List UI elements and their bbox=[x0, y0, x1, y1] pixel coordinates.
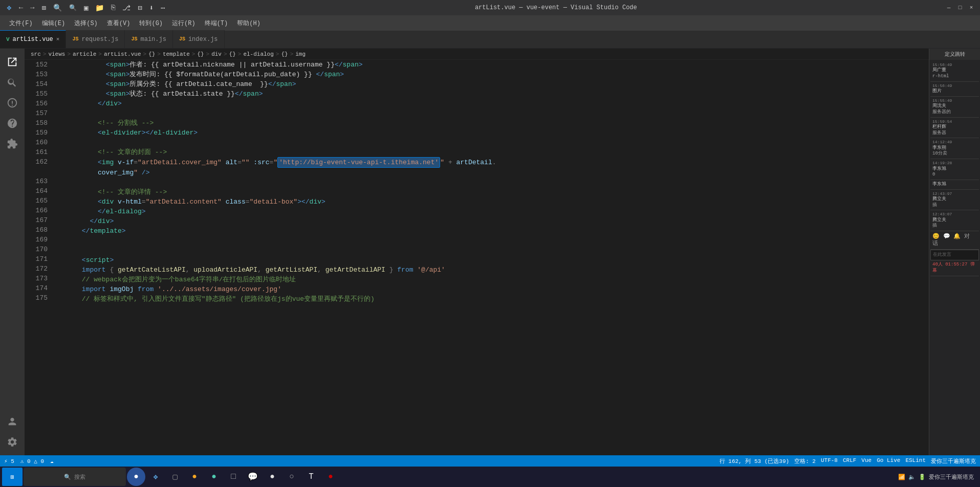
taskbar-start[interactable]: ⊞ bbox=[2, 468, 23, 486]
menu-select[interactable]: 选择(S) bbox=[70, 17, 102, 30]
menu-run[interactable]: 运行(R) bbox=[168, 17, 200, 30]
editor-area: src > views > article > artList.vue > {}… bbox=[25, 49, 929, 455]
activity-extensions[interactable] bbox=[3, 135, 21, 153]
window-controls: — □ × bbox=[945, 4, 975, 11]
rp-item-1: 15:56:49 局广重 r-html bbox=[930, 61, 979, 82]
nav-download-button[interactable]: ⬇ bbox=[149, 4, 154, 12]
menu-help[interactable]: 帮助(H) bbox=[233, 17, 265, 30]
rp-item-6: 14:19:28 李东旭 0 bbox=[930, 159, 979, 180]
rp-input-area[interactable]: 在此发言 bbox=[930, 250, 979, 261]
breadcrumb-eldialog[interactable]: el-dialog bbox=[243, 51, 273, 57]
nav-folder-button[interactable]: 📁 bbox=[95, 4, 104, 12]
breadcrumb-div[interactable]: div bbox=[211, 51, 222, 57]
right-panel-header: 定义跳转 bbox=[929, 49, 980, 60]
tab-artlist[interactable]: V artList.vue × bbox=[0, 30, 66, 48]
taskbar-app7[interactable]: ○ bbox=[282, 468, 301, 486]
statusbar-errors[interactable]: ⚠ 0 △ 0 bbox=[20, 458, 44, 464]
tab-close-artlist[interactable]: × bbox=[56, 36, 60, 42]
statusbar-branch[interactable]: ⚡ 5 bbox=[4, 458, 14, 464]
statusbar-eslint[interactable]: ESLint bbox=[905, 457, 926, 465]
tab-index[interactable]: JS index.js bbox=[173, 30, 225, 48]
menu-edit[interactable]: 编辑(E) bbox=[38, 17, 70, 30]
taskbar-tray: 📶 🔈 🔋 爱你三千遍斯塔克 bbox=[898, 473, 978, 481]
main-layout: src > views > article > artList.vue > {}… bbox=[0, 49, 980, 455]
activity-explorer[interactable] bbox=[3, 53, 21, 71]
nav-copy-button[interactable]: ⎘ bbox=[111, 4, 115, 12]
tray-volume: 🔈 bbox=[908, 474, 916, 480]
taskbar-vscode[interactable]: ❖ bbox=[146, 468, 165, 486]
activity-git[interactable] bbox=[3, 94, 21, 112]
code-editor: 152 153 154 155 156 157 158 159 160 161 … bbox=[25, 60, 929, 455]
activity-account[interactable] bbox=[3, 412, 21, 431]
breadcrumb-template[interactable]: template bbox=[163, 51, 190, 57]
tab-request[interactable]: JS request.js bbox=[66, 30, 125, 48]
taskbar-app4[interactable]: □ bbox=[224, 468, 243, 486]
breadcrumb-obj: {} bbox=[148, 51, 155, 57]
nav-forward-button[interactable]: → bbox=[30, 4, 34, 12]
tab-icon-request: JS bbox=[72, 36, 78, 42]
breadcrumb-artlist[interactable]: artList.vue bbox=[104, 51, 141, 57]
nav-split-button[interactable]: ⊟ bbox=[138, 4, 142, 12]
line-numbers: 152 153 154 155 156 157 158 159 160 161 … bbox=[25, 60, 53, 455]
statusbar-line-ending[interactable]: CRLF bbox=[843, 457, 856, 465]
activity-search[interactable] bbox=[3, 73, 21, 92]
rp-item-7: 李东旭 bbox=[930, 180, 979, 190]
tab-label-main: main.js bbox=[140, 36, 166, 43]
maximize-button[interactable]: □ bbox=[956, 4, 964, 11]
taskbar-app1[interactable]: ▢ bbox=[166, 468, 184, 486]
taskbar-app3[interactable]: ● bbox=[205, 468, 223, 486]
menu-view[interactable]: 查看(V) bbox=[103, 17, 135, 30]
breadcrumb-img[interactable]: img bbox=[295, 51, 306, 57]
breadcrumb-views[interactable]: views bbox=[48, 51, 65, 57]
rp-item-5: 14:12:49 李东朔 10分卖 bbox=[930, 138, 979, 159]
activity-settings[interactable] bbox=[3, 433, 21, 451]
minimize-button[interactable]: — bbox=[945, 4, 952, 11]
menu-terminal[interactable]: 终端(T) bbox=[201, 17, 232, 30]
statusbar-user: 爱你三千遍斯塔克 bbox=[931, 457, 976, 465]
window-title: artList.vue — vue-event — Visual Studio … bbox=[475, 4, 637, 11]
rp-item-2: 15:56:49 图片 bbox=[930, 82, 979, 97]
taskbar-chrome[interactable]: ● bbox=[127, 468, 145, 486]
breadcrumb-obj3: {} bbox=[229, 51, 236, 57]
taskbar-app6[interactable]: ● bbox=[263, 468, 281, 486]
tray-time: 爱你三千遍斯塔克 bbox=[929, 473, 974, 481]
taskbar-app2[interactable]: ● bbox=[185, 468, 204, 486]
nav-zoom-out-button[interactable]: 🔍 bbox=[69, 4, 77, 12]
nav-view-button[interactable]: ▣ bbox=[84, 4, 88, 12]
right-panel: 定义跳转 15:56:49 局广重 r-html 15:56:49 图片 15:… bbox=[929, 49, 980, 455]
menu-file[interactable]: 文件(F) bbox=[5, 17, 37, 30]
rp-viewer-count: 40人 01:55:27 弹幕 bbox=[930, 260, 979, 276]
breadcrumb-src[interactable]: src bbox=[31, 51, 41, 57]
nav-grid-button[interactable]: ⊞ bbox=[41, 4, 46, 12]
breadcrumb-obj2: {} bbox=[197, 51, 204, 57]
nav-branch-button[interactable]: ⎇ bbox=[122, 4, 130, 12]
nav-more-button[interactable]: ⋯ bbox=[161, 4, 165, 12]
rp-item-10: 😊 💬 🔔 对 话 bbox=[930, 231, 979, 250]
breadcrumb: src > views > article > artList.vue > {}… bbox=[25, 49, 929, 60]
statusbar-go-live[interactable]: Go Live bbox=[877, 457, 900, 465]
statusbar-cloud[interactable]: ☁ bbox=[50, 458, 54, 464]
rp-item-8: 12:43:97 腾立夫 插 bbox=[930, 190, 979, 211]
menu-goto[interactable]: 转到(G) bbox=[135, 17, 167, 30]
breadcrumb-article[interactable]: article bbox=[73, 51, 96, 57]
tab-icon-main: JS bbox=[131, 36, 137, 42]
tab-icon-index: JS bbox=[179, 36, 185, 42]
statusbar-language[interactable]: Vue bbox=[861, 457, 872, 465]
right-panel-items: 15:56:49 局广重 r-html 15:56:49 图片 15:55:49… bbox=[929, 60, 980, 455]
close-button[interactable]: × bbox=[968, 4, 975, 11]
activity-debug[interactable] bbox=[3, 114, 21, 132]
taskbar-search[interactable]: 🔍 搜索 bbox=[24, 468, 126, 486]
taskbar-app8[interactable]: T bbox=[302, 468, 320, 486]
nav-zoom-in-button[interactable]: 🔍 bbox=[53, 4, 62, 12]
statusbar-encoding[interactable]: UTF-8 bbox=[821, 457, 838, 465]
nav-back-button[interactable]: ← bbox=[19, 4, 23, 12]
titlebar: ❖ ← → ⊞ 🔍 🔍 ▣ 📁 ⎘ ⎇ ⊟ ⬇ ⋯ artList.vue — … bbox=[0, 0, 980, 15]
tab-label-request: request.js bbox=[81, 36, 118, 43]
activitybar-bottom bbox=[3, 412, 21, 451]
taskbar-app5[interactable]: 💬 bbox=[244, 468, 262, 486]
statusbar-spaces[interactable]: 空格: 2 bbox=[794, 457, 816, 465]
code-content[interactable]: <span>作者: {{ artDetail.nickname || artDe… bbox=[53, 60, 929, 455]
tab-main[interactable]: JS main.js bbox=[125, 30, 172, 48]
statusbar-position[interactable]: 行 162, 列 53 (已选39) bbox=[720, 457, 789, 465]
taskbar-app9[interactable]: ● bbox=[321, 468, 340, 486]
